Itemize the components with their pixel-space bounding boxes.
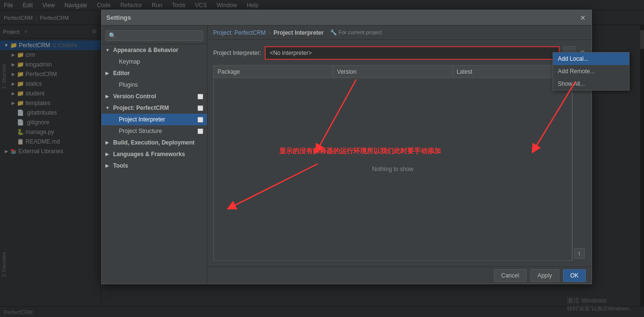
expand-icon: ▶ bbox=[105, 94, 111, 99]
interpreter-select-wrapper: <No interpreter> bbox=[265, 46, 560, 60]
col-version: Version bbox=[333, 66, 452, 78]
col-package: Package bbox=[214, 66, 333, 78]
expand-icon: ▶ bbox=[105, 140, 111, 145]
interpreter-row: Project Interpreter: <No interpreter> ▼ … bbox=[213, 46, 586, 60]
settings-dialog: Settings ✕ ▼ Appearance & Behavior Keyma… bbox=[101, 10, 592, 284]
nav-appearance[interactable]: ▼ Appearance & Behavior bbox=[102, 44, 207, 56]
packages-table: Package Version Latest Nothing to show bbox=[213, 65, 572, 261]
nav-label: Plugins bbox=[119, 81, 138, 88]
breadcrumb-current: Project Interpreter bbox=[273, 29, 323, 36]
add-local-option[interactable]: Add Local... bbox=[553, 53, 629, 65]
nav-label: Version Control bbox=[113, 93, 156, 100]
interpreter-value: <No interpreter> bbox=[270, 50, 311, 56]
settings-content: Project: PerfectCRM › Project Interprete… bbox=[207, 26, 592, 284]
expand-icon: ▶ bbox=[105, 152, 111, 157]
scroll-up-button[interactable]: ↑ bbox=[574, 248, 585, 259]
interpreter-label: Project Interpreter: bbox=[213, 50, 261, 56]
breadcrumb-note: 🔧 🔧 For current project For current proj… bbox=[330, 29, 382, 36]
nav-editor[interactable]: ▶ Editor bbox=[102, 67, 207, 79]
nav-plugins[interactable]: Plugins bbox=[102, 79, 207, 91]
nav-tools[interactable]: ▶ Tools bbox=[102, 160, 207, 172]
vcs-icon: ⬜ bbox=[197, 94, 203, 99]
nav-languages[interactable]: ▶ Languages & Frameworks bbox=[102, 148, 207, 160]
nav-label: Editor bbox=[113, 70, 130, 77]
nav-label: Project Structure bbox=[119, 128, 162, 134]
dialog-body: ▼ Appearance & Behavior Keymap ▶ Editor … bbox=[102, 26, 592, 284]
nav-vcs[interactable]: ▶ Version Control ⬜ bbox=[102, 91, 207, 102]
show-all-option[interactable]: Show All... bbox=[553, 78, 629, 90]
nav-label: Appearance & Behavior bbox=[113, 47, 178, 53]
breadcrumb-parent[interactable]: Project: PerfectCRM bbox=[213, 29, 266, 36]
breadcrumb-separator: › bbox=[269, 29, 270, 36]
dialog-titlebar: Settings ✕ bbox=[102, 10, 592, 26]
add-remote-option[interactable]: Add Remote... bbox=[553, 65, 629, 78]
packages-section: Package Version Latest Nothing to show +… bbox=[213, 65, 586, 261]
action-column: + − ↑ bbox=[572, 65, 586, 261]
table-body: Nothing to show bbox=[214, 78, 572, 260]
nav-label: Keymap bbox=[119, 58, 140, 65]
nav-label: Tools bbox=[113, 162, 128, 169]
settings-search-input[interactable] bbox=[105, 30, 203, 41]
empty-label: Nothing to show bbox=[372, 166, 413, 172]
interpreter-dropdown-popup: Add Local... Add Remote... Show All... bbox=[553, 52, 630, 91]
cancel-button[interactable]: Cancel bbox=[494, 269, 526, 282]
project-icon: ⬜ bbox=[197, 106, 203, 111]
nav-label: Project: PerfectCRM bbox=[113, 105, 169, 111]
settings-sidebar: ▼ Appearance & Behavior Keymap ▶ Editor … bbox=[102, 26, 207, 284]
expand-icon: ▶ bbox=[105, 71, 111, 76]
interpreter-value-display: <No interpreter> bbox=[265, 46, 560, 60]
nav-label: Project Interpreter bbox=[119, 116, 165, 123]
table-header: Package Version Latest bbox=[214, 66, 572, 78]
nav-project-interpreter[interactable]: Project Interpreter ⬜ bbox=[102, 114, 207, 125]
interpreter-icon: ⬜ bbox=[197, 117, 203, 122]
expand-icon: ▼ bbox=[105, 106, 111, 110]
dialog-bottom: Cancel Apply OK bbox=[207, 266, 592, 284]
nav-project[interactable]: ▼ Project: PerfectCRM ⬜ bbox=[102, 102, 207, 114]
nav-build[interactable]: ▶ Build, Execution, Deployment bbox=[102, 137, 207, 148]
expand-icon: ▶ bbox=[105, 163, 111, 168]
dialog-title: Settings bbox=[106, 14, 131, 21]
apply-button[interactable]: Apply bbox=[530, 269, 559, 282]
content-area: Project Interpreter: <No interpreter> ▼ … bbox=[207, 40, 592, 266]
nav-project-structure[interactable]: Project Structure ⬜ bbox=[102, 125, 207, 137]
breadcrumb-bar: Project: PerfectCRM › Project Interprete… bbox=[207, 26, 592, 40]
nav-label: Build, Execution, Deployment bbox=[113, 139, 194, 146]
close-button[interactable]: ✕ bbox=[579, 14, 587, 22]
ok-button[interactable]: OK bbox=[563, 269, 586, 282]
structure-icon: ⬜ bbox=[197, 129, 203, 134]
nav-label: Languages & Frameworks bbox=[113, 151, 185, 158]
expand-icon: ▼ bbox=[105, 48, 111, 53]
nav-keymap[interactable]: Keymap bbox=[102, 56, 207, 67]
search-area bbox=[102, 27, 207, 44]
lock-icon: 🔧 bbox=[330, 29, 337, 35]
